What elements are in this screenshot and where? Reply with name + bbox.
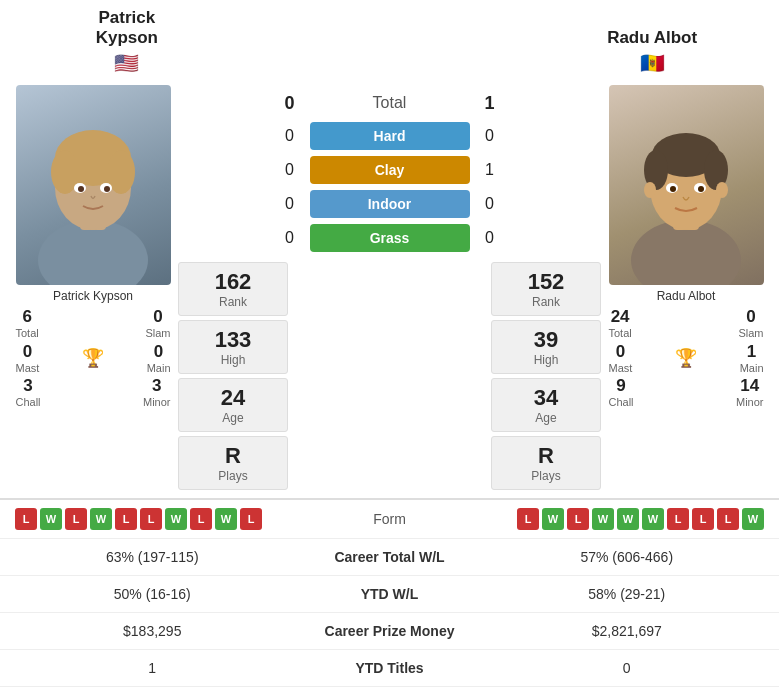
left-total-lbl: Total: [16, 327, 39, 339]
left-player-label: Patrick Kypson: [53, 289, 133, 303]
right-mast-stat: 0 Mast: [609, 342, 633, 374]
left-stats-row1: 6 Total 0 Slam: [16, 307, 171, 339]
left-player-photo: [16, 85, 171, 285]
right-total-stat: 24 Total: [609, 307, 632, 339]
right-high-value: 39: [500, 327, 592, 353]
form-badge-w: W: [40, 508, 62, 530]
form-badge-l: L: [692, 508, 714, 530]
form-badge-l: L: [15, 508, 37, 530]
left-slam-stat: 0 Slam: [145, 307, 170, 339]
titles-right: 0: [490, 660, 765, 676]
left-age-value: 24: [187, 385, 279, 411]
names-row: Patrick Kypson 🇺🇸 Radu Albot 🇲🇩: [0, 0, 779, 75]
hard-score-left: 0: [270, 127, 310, 145]
left-minor-lbl: Minor: [143, 396, 171, 408]
indoor-button[interactable]: Indoor: [310, 190, 470, 218]
left-plays-label: Plays: [187, 469, 279, 483]
grass-score-right: 0: [470, 229, 510, 247]
form-badge-w: W: [90, 508, 112, 530]
right-chall-stat: 9 Chall: [609, 376, 634, 408]
left-age-box: 24 Age: [178, 378, 288, 432]
form-badge-l: L: [115, 508, 137, 530]
left-total-stat: 6 Total: [16, 307, 39, 339]
hard-button[interactable]: Hard: [310, 122, 470, 150]
grass-score-left: 0: [270, 229, 310, 247]
total-score-left: 0: [270, 93, 310, 114]
left-player-flag: 🇺🇸: [114, 51, 139, 75]
left-chall-stat: 3 Chall: [16, 376, 41, 408]
right-slam-stat: 0 Slam: [738, 307, 763, 339]
left-trophy-icon: 🏆: [82, 347, 104, 369]
left-high-value: 133: [187, 327, 279, 353]
hard-score-right: 0: [470, 127, 510, 145]
grass-button[interactable]: Grass: [310, 224, 470, 252]
right-player-label: Radu Albot: [657, 289, 716, 303]
right-age-label: Age: [500, 411, 592, 425]
right-mast-lbl: Mast: [609, 362, 633, 374]
right-stats-row1: 24 Total 0 Slam: [609, 307, 764, 339]
middle-surfaces: 0 Total 1 0 Hard 0 0 Clay 1: [270, 85, 510, 258]
form-badge-w: W: [215, 508, 237, 530]
right-chall-minor-row: 9 Chall 14 Minor: [609, 376, 764, 408]
left-form-badges: LWLWLLWLWL: [15, 508, 330, 530]
right-rank-box: 152 Rank: [491, 262, 601, 316]
prize-label: Career Prize Money: [290, 623, 490, 639]
total-row: 0 Total 1: [270, 93, 510, 114]
left-player-name2: Kypson: [96, 28, 158, 48]
svg-point-20: [670, 186, 676, 192]
form-badge-l: L: [517, 508, 539, 530]
ytd-wl-left: 50% (16-16): [15, 586, 290, 602]
prize-right: $2,821,697: [490, 623, 765, 639]
career-wl-left: 63% (197-115): [15, 549, 290, 565]
left-high-box: 133 High: [178, 320, 288, 374]
left-player-name: Patrick: [98, 8, 155, 28]
left-name-block: Patrick Kypson 🇺🇸: [32, 8, 222, 75]
left-age-label: Age: [187, 411, 279, 425]
form-badge-w: W: [617, 508, 639, 530]
right-player-photo: [609, 85, 764, 285]
career-wl-row: 63% (197-115) Career Total W/L 57% (606-…: [0, 539, 779, 576]
right-minor-stat: 14 Minor: [736, 376, 764, 408]
main-container: Patrick Kypson 🇺🇸 Radu Albot 🇲🇩: [0, 0, 779, 687]
right-plays-box: R Plays: [491, 436, 601, 490]
age-boxes-row: 24 Age 34 Age: [178, 378, 601, 432]
right-rank-label: Rank: [500, 295, 592, 309]
left-total-val: 6: [22, 307, 31, 327]
form-badge-l: L: [717, 508, 739, 530]
clay-score-right: 1: [470, 161, 510, 179]
ytd-wl-label: YTD W/L: [290, 586, 490, 602]
left-plays-value: R: [187, 443, 279, 469]
clay-button[interactable]: Clay: [310, 156, 470, 184]
left-mast-lbl: Mast: [16, 362, 40, 374]
right-minor-val: 14: [740, 376, 759, 396]
right-minor-lbl: Minor: [736, 396, 764, 408]
left-chall-val: 3: [23, 376, 32, 396]
form-badge-l: L: [240, 508, 262, 530]
right-age-value: 34: [500, 385, 592, 411]
right-player-flag: 🇲🇩: [640, 51, 665, 75]
form-label: Form: [330, 511, 450, 527]
grass-row: 0 Grass 0: [270, 224, 510, 252]
left-main-lbl: Main: [147, 362, 171, 374]
clay-score-left: 0: [270, 161, 310, 179]
right-chall-val: 9: [616, 376, 625, 396]
form-badge-l: L: [140, 508, 162, 530]
titles-left: 1: [15, 660, 290, 676]
left-minor-val: 3: [152, 376, 161, 396]
svg-point-8: [78, 186, 84, 192]
hard-row: 0 Hard 0: [270, 122, 510, 150]
indoor-score-left: 0: [270, 195, 310, 213]
plays-boxes-row: R Plays R Plays: [178, 436, 601, 490]
right-mast-val: 0: [616, 342, 625, 362]
form-badge-w: W: [742, 508, 764, 530]
form-badge-w: W: [542, 508, 564, 530]
right-name-block: Radu Albot 🇲🇩: [557, 28, 747, 74]
left-slam-lbl: Slam: [145, 327, 170, 339]
ytd-wl-row: 50% (16-16) YTD W/L 58% (29-21): [0, 576, 779, 613]
svg-point-16: [644, 182, 656, 198]
left-rank-box: 162 Rank: [178, 262, 288, 316]
right-rank-value: 152: [500, 269, 592, 295]
left-plays-box: R Plays: [178, 436, 288, 490]
prize-row: $183,295 Career Prize Money $2,821,697: [0, 613, 779, 650]
total-score-right: 1: [470, 93, 510, 114]
